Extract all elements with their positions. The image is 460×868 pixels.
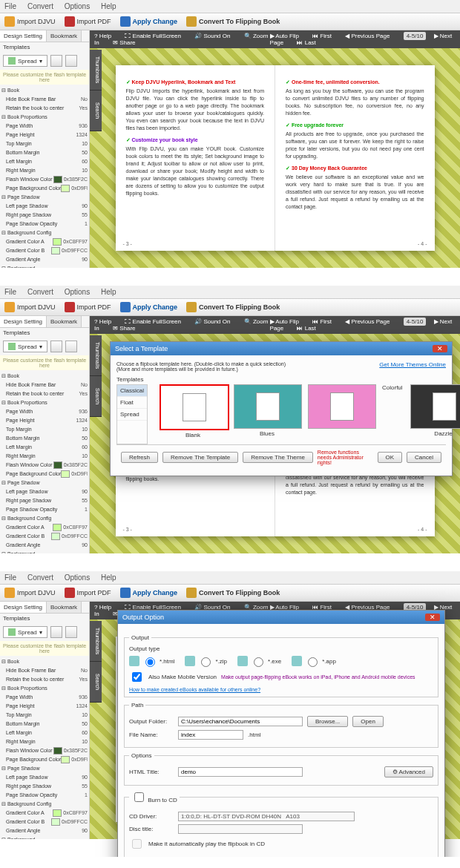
template-refresh-button[interactable] — [65, 341, 77, 352]
autoflip-button[interactable]: ▶ Auto Flip — [270, 318, 305, 325]
prop-row[interactable]: Top Margin10 — [1, 711, 88, 720]
menu-file[interactable]: File — [4, 2, 16, 10]
close-button[interactable]: ✕ — [425, 614, 440, 621]
prop-row[interactable]: Top Margin10 — [1, 139, 88, 148]
flipbook[interactable]: ✓ Keep DJVU Hyperlink, Bookmark and Text… — [116, 65, 435, 251]
search-tab[interactable]: Search — [90, 91, 102, 131]
tab-bookmark[interactable]: Bookmark — [47, 316, 82, 327]
tab-design[interactable]: Design Setting — [0, 30, 47, 42]
tab-bookmark[interactable]: Bookmark — [47, 30, 82, 42]
template-type-item[interactable]: Spread — [117, 409, 147, 421]
template-select[interactable]: Spread ▾ — [3, 341, 47, 352]
prop-row[interactable]: Right page Shadow55 — [1, 782, 88, 791]
prop-row[interactable]: Retain the book to centerYes — [1, 675, 88, 684]
tab-bookmark[interactable]: Bookmark — [47, 602, 82, 613]
prop-row[interactable]: Flash Window Color0x385F2C — [1, 461, 88, 470]
prop-row[interactable]: Top Margin10 — [1, 425, 88, 434]
prop-row[interactable]: Right Margin10 — [1, 452, 88, 461]
prop-row[interactable]: Gradient Angle90 — [1, 541, 88, 550]
prop-row[interactable]: Page Background Color0xD9FFB3 — [1, 755, 88, 764]
template-type-item[interactable]: Classical — [117, 385, 147, 397]
output-type-option[interactable]: *.zip — [185, 655, 227, 667]
template-select[interactable]: Spread ▾ — [3, 55, 47, 67]
prop-row[interactable]: Page Width936 — [1, 693, 88, 702]
menu-options[interactable]: Options — [65, 288, 90, 296]
prop-row[interactable]: Left page Shadow90 — [1, 487, 88, 496]
menu-help[interactable]: Help — [101, 2, 116, 10]
template-refresh-button[interactable] — [65, 626, 77, 638]
output-type-option[interactable]: *.app — [292, 655, 336, 667]
prop-row[interactable]: Page Width936 — [1, 122, 88, 131]
template-item[interactable]: Dazzle — [410, 384, 460, 438]
output-folder-input[interactable] — [178, 717, 303, 726]
prop-row[interactable]: Bottom Margin50 — [1, 720, 88, 729]
thumbnails-tab[interactable]: Thumbnails — [90, 50, 102, 91]
prop-row[interactable]: Gradient Angle90 — [1, 826, 88, 835]
cancel-button[interactable]: Cancel — [407, 452, 441, 463]
prop-row[interactable]: Hide Book Frame BarNo — [1, 666, 88, 675]
autoflip-button[interactable]: ▶ Auto Flip — [270, 33, 305, 39]
get-themes-link[interactable]: Get More Themes Online — [379, 361, 446, 368]
prop-row[interactable]: Right Margin10 — [1, 737, 88, 746]
prop-row[interactable]: Bottom Margin50 — [1, 434, 88, 443]
prop-row[interactable]: Page Shadow Opacity1 — [1, 791, 88, 800]
apply-change-button[interactable]: Apply Change — [120, 16, 178, 27]
open-button[interactable]: Open — [352, 716, 384, 727]
convert-button[interactable]: Convert To Flipping Book — [186, 16, 280, 27]
prop-row[interactable]: Right page Shadow55 — [1, 211, 88, 220]
output-type-option[interactable]: *.html — [129, 655, 174, 667]
prop-row[interactable]: Bottom Margin50 — [1, 148, 88, 157]
template-browse-button[interactable] — [50, 341, 62, 352]
menu-convert[interactable]: Convert — [27, 573, 53, 582]
remove-theme-button[interactable]: Remove The Theme — [243, 452, 313, 463]
burn-checkbox[interactable] — [134, 792, 144, 802]
template-browse-button[interactable] — [50, 55, 62, 67]
tab-design[interactable]: Design Setting — [0, 602, 47, 613]
menu-file[interactable]: File — [4, 573, 16, 582]
html-title-input[interactable] — [178, 767, 303, 777]
prop-row[interactable]: Gradient Color B0xD9FFCC — [1, 532, 88, 541]
share-button[interactable]: ✉ Share — [113, 325, 142, 332]
advanced-button[interactable]: ⚙ Advanced — [384, 766, 433, 777]
close-button[interactable]: ✕ — [433, 345, 447, 352]
cd-driver-select[interactable] — [178, 812, 355, 821]
refresh-button[interactable]: Refresh — [121, 452, 158, 463]
prop-row[interactable]: Left Margin60 — [1, 729, 88, 737]
autoplay-checkbox[interactable] — [132, 839, 142, 849]
prop-row[interactable]: Right Margin10 — [1, 166, 88, 175]
thumbnails-tab[interactable]: Thumbnails — [90, 335, 102, 376]
prop-row[interactable]: Gradient Color A0xC8FF97 — [1, 237, 88, 246]
prop-row[interactable]: Page Width936 — [1, 407, 88, 416]
prev-page-button[interactable]: ◀ Previous Page — [345, 33, 395, 39]
import-pdf-button[interactable]: Import PDF — [65, 16, 111, 27]
prop-row[interactable]: Page Height1324 — [1, 702, 88, 711]
convert-button[interactable]: Convert To Flipping Book — [186, 588, 280, 598]
prop-row[interactable]: Page Background Color0xD9FFB3 — [1, 184, 88, 193]
import-djvu-button[interactable]: Import DJVU — [4, 588, 56, 598]
import-pdf-button[interactable]: Import PDF — [65, 302, 111, 312]
disc-title-input[interactable] — [178, 824, 303, 834]
template-item[interactable]: Blues — [234, 384, 300, 438]
import-djvu-button[interactable]: Import DJVU — [4, 16, 56, 27]
menu-help[interactable]: Help — [101, 288, 116, 296]
prop-row[interactable]: Left page Shadow90 — [1, 773, 88, 782]
prop-row[interactable]: Left Margin60 — [1, 443, 88, 452]
prop-row[interactable]: Page Shadow Opacity1 — [1, 505, 88, 514]
filename-input[interactable] — [178, 730, 243, 740]
convert-button[interactable]: Convert To Flipping Book — [186, 302, 280, 312]
menu-help[interactable]: Help — [101, 573, 116, 582]
prop-row[interactable]: Gradient Color A0xC8FF97 — [1, 809, 88, 818]
prop-row[interactable]: Left page Shadow90 — [1, 202, 88, 211]
mobile-checkbox[interactable] — [132, 672, 142, 682]
ok-button[interactable]: OK — [378, 452, 403, 463]
menu-options[interactable]: Options — [65, 2, 90, 10]
prop-row[interactable]: Retain the book to centerYes — [1, 389, 88, 398]
prev-page-button[interactable]: ◀ Previous Page — [345, 318, 395, 325]
prop-row[interactable]: Gradient Color A0xC8FF97 — [1, 523, 88, 532]
prop-row[interactable]: Page Height1324 — [1, 131, 88, 139]
prop-row[interactable]: Flash Window Color0x385F2C — [1, 746, 88, 755]
prop-row[interactable]: Hide Book Frame BarNo — [1, 95, 88, 104]
search-tab[interactable]: Search — [90, 662, 102, 703]
prop-row[interactable]: Page Shadow Opacity1 — [1, 220, 88, 228]
howto-link[interactable]: How to make created eBooks available for… — [129, 687, 433, 692]
